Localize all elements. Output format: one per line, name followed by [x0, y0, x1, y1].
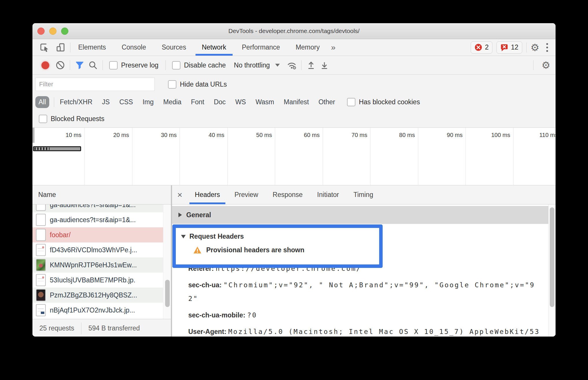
details-tab-preview[interactable]: Preview	[227, 185, 265, 204]
type-filter-wasm[interactable]: Wasm	[255, 98, 274, 106]
request-row-inner: 53IuclsjUVBaBME7MPRb.jp.	[32, 273, 171, 288]
issues-badge[interactable]: 12	[496, 41, 522, 54]
name-column-header[interactable]: Name	[32, 185, 171, 204]
more-tabs-button[interactable]: »	[328, 43, 339, 52]
record-button[interactable]	[41, 61, 49, 69]
type-filter-font[interactable]: Font	[191, 98, 204, 106]
panel-tabs: ElementsConsoleSourcesNetworkPerformance…	[70, 39, 328, 56]
minimize-window-button[interactable]	[49, 28, 56, 35]
request-row[interactable]: PzmJZBgZBJ612Hy8QBSZ...	[32, 288, 171, 303]
tab-network[interactable]: Network	[194, 39, 234, 56]
request-name: PzmJZBgZBJ612Hy8QBSZ...	[50, 291, 137, 299]
tab-sources[interactable]: Sources	[154, 39, 194, 56]
filter-toggle-button[interactable]	[73, 59, 86, 72]
timeline-tick: 60 ms	[275, 128, 323, 185]
filter-input[interactable]	[35, 78, 155, 91]
settings-gear-icon[interactable]: ⚙	[531, 43, 539, 52]
request-name: foobar/	[50, 231, 71, 239]
details-tab-timing[interactable]: Timing	[346, 185, 380, 204]
type-filter-manifest[interactable]: Manifest	[284, 98, 309, 106]
preserve-log-checkbox[interactable]	[109, 61, 118, 70]
tab-performance[interactable]: Performance	[234, 39, 288, 56]
export-har-button[interactable]	[318, 59, 331, 72]
device-toolbar-icon	[55, 42, 66, 53]
close-details-button[interactable]: ×	[172, 185, 188, 204]
details-scrollbar-thumb[interactable]	[550, 207, 554, 307]
blocked-requests-label: Blocked Requests	[51, 115, 104, 123]
desktop-background: DevTools - developer.chrome.com/tags/dev…	[0, 0, 588, 380]
warning-triangle-icon	[193, 246, 202, 254]
search-button[interactable]	[86, 59, 100, 72]
type-filter-img[interactable]: Img	[143, 98, 154, 106]
import-har-button[interactable]	[304, 59, 318, 72]
requests-scrollbar-thumb[interactable]	[165, 280, 170, 307]
divider	[301, 60, 302, 70]
inspect-element-button[interactable]	[38, 41, 50, 54]
tab-elements[interactable]: Elements	[70, 39, 114, 56]
request-headers-label: Request Headers	[189, 233, 244, 240]
network-conditions-icon	[286, 60, 297, 70]
transferred-size: 594 B transferred	[81, 324, 147, 332]
type-filter-js[interactable]: JS	[102, 98, 110, 106]
request-name: KMNWpnRJTP6eHJs1wEw...	[50, 261, 137, 269]
divider	[533, 60, 534, 70]
type-filter-fetch-xhr[interactable]: Fetch/XHR	[60, 98, 92, 106]
request-name: nBjAqf1PuX7O2nvJbJck.jp...	[50, 306, 135, 314]
request-name: ga-audiences?t=sr&aip=1&...	[50, 216, 136, 224]
type-filter-ws[interactable]: WS	[235, 98, 246, 106]
request-type-icon	[36, 289, 46, 301]
type-filter-all[interactable]: All	[35, 96, 49, 108]
chevron-down-icon[interactable]	[275, 64, 280, 67]
details-tab-headers[interactable]: Headers	[188, 185, 227, 204]
network-overview-timeline[interactable]: 10 ms20 ms30 ms40 ms50 ms60 ms70 ms80 ms…	[32, 127, 556, 185]
divider	[54, 97, 54, 107]
type-filter-css[interactable]: CSS	[119, 98, 133, 106]
request-row[interactable]: ga-audiences?t=sr&aip=1&...	[32, 204, 171, 212]
request-name: fD43v6RiVCDlmo3WhVPe.j...	[50, 246, 137, 254]
general-section-label: General	[186, 211, 211, 219]
request-row[interactable]: nBjAqf1PuX7O2nvJbJck.jp...	[32, 303, 171, 318]
device-toolbar-button[interactable]	[54, 41, 67, 54]
hide-data-urls-label: Hide data URLs	[180, 81, 227, 88]
has-blocked-cookies-checkbox[interactable]	[347, 98, 355, 106]
request-headers-section-header[interactable]: Request Headers	[181, 233, 379, 240]
request-row-inner: fD43v6RiVCDlmo3WhVPe.j...	[32, 242, 171, 257]
request-row[interactable]: ga-audiences?t=sr&aip=1&...	[32, 212, 171, 227]
network-main-area: Name ga-audiences?t=sr&aip=1&...ga-audie…	[32, 185, 556, 337]
console-errors-badge[interactable]: 2	[471, 41, 492, 54]
header-value: ?0	[247, 311, 257, 319]
close-window-button[interactable]	[37, 28, 45, 35]
requests-scrollbar[interactable]	[163, 204, 171, 319]
details-tab-response[interactable]: Response	[265, 185, 310, 204]
error-count: 2	[485, 43, 489, 51]
request-row[interactable]: 53IuclsjUVBaBME7MPRb.jp.	[32, 273, 171, 288]
disable-cache-checkbox[interactable]	[172, 61, 180, 70]
request-row-inner: foobar/	[32, 227, 171, 242]
type-filter-other[interactable]: Other	[318, 98, 335, 106]
tab-memory[interactable]: Memory	[288, 39, 328, 56]
network-status-bar: 25 requests 594 B transferred	[32, 319, 171, 337]
request-type-icon	[36, 204, 46, 211]
tab-console[interactable]: Console	[114, 39, 154, 56]
request-row[interactable]: fD43v6RiVCDlmo3WhVPe.j...	[32, 242, 171, 257]
type-filter-doc[interactable]: Doc	[214, 98, 226, 106]
request-row-inner: nBjAqf1PuX7O2nvJbJck.jp...	[32, 303, 171, 318]
network-conditions-button[interactable]	[285, 59, 298, 72]
general-section-header[interactable]: General	[172, 206, 549, 224]
details-scrollbar[interactable]	[548, 204, 556, 337]
zoom-window-button[interactable]	[61, 28, 68, 35]
type-filter-media[interactable]: Media	[163, 98, 182, 106]
request-type-icon	[36, 259, 46, 271]
request-name: ga-audiences?t=sr&aip=1&...	[50, 204, 136, 209]
clear-button[interactable]	[54, 59, 67, 72]
network-settings-gear-icon[interactable]: ⚙	[536, 60, 556, 70]
request-row-inner: PzmJZBgZBJ612Hy8QBSZ...	[32, 288, 171, 303]
hide-data-urls-checkbox[interactable]	[168, 80, 176, 89]
request-row[interactable]: foobar/	[32, 227, 171, 242]
details-tab-initiator[interactable]: Initiator	[310, 185, 346, 204]
throttling-select[interactable]: No throttling	[234, 61, 270, 69]
blocked-requests-row: Blocked Requests	[32, 110, 556, 127]
more-options-menu[interactable]	[543, 43, 551, 52]
blocked-requests-checkbox[interactable]	[39, 115, 47, 123]
request-row[interactable]: KMNWpnRJTP6eHJs1wEw...	[32, 257, 171, 273]
